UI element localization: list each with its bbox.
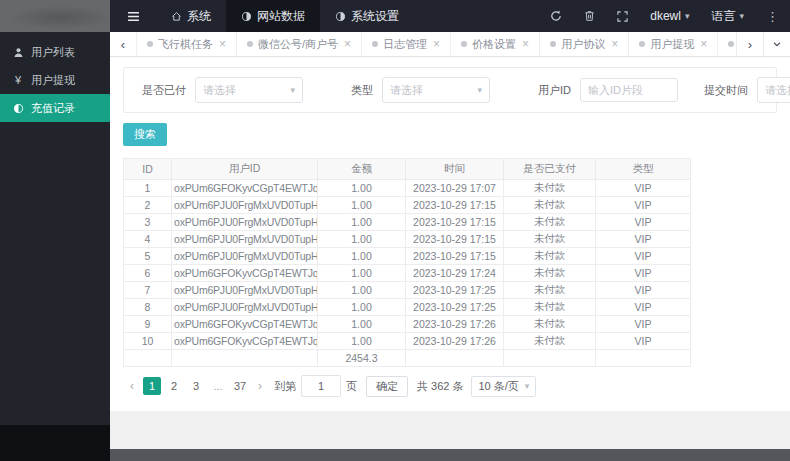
table-cell: 未付款 — [504, 197, 596, 214]
chevron-down-icon: ▾ — [525, 382, 530, 391]
table-footer-cell — [172, 350, 318, 367]
table-cell: 6 — [124, 265, 172, 282]
table-cell: oxPUm6GFOKyvCGpT4EWTJq5OzrNE — [172, 333, 318, 350]
table-row: 3oxPUm6PJU0FrgMxUVD0TupH6hMNI1.002023-10… — [124, 214, 691, 231]
language-menu[interactable]: 语言 ▾ — [700, 0, 755, 32]
table-cell: oxPUm6PJU0FrgMxUVD0TupH6hMNI — [172, 299, 318, 316]
page-button-37[interactable]: 37 — [231, 377, 249, 395]
refresh-icon[interactable] — [539, 0, 573, 32]
tab-5[interactable]: 用户协议× — [539, 32, 628, 56]
page-body: 是否已付 请选择 ▾ 类型 请选择 ▾ — [110, 57, 790, 449]
table-row: 1oxPUm6GFOKyvCGpT4EWTJq5OzrNE1.002023-10… — [124, 180, 691, 197]
page-button-1[interactable]: 1 — [143, 377, 161, 395]
table-row: 10oxPUm6GFOKyvCGpT4EWTJq5OzrNE1.002023-1… — [124, 333, 691, 350]
tab-close-icon[interactable]: × — [611, 37, 618, 51]
tab-close-icon[interactable]: × — [522, 37, 529, 51]
half-circle-icon — [335, 11, 346, 22]
table-cell: 1.00 — [318, 248, 406, 265]
tab-close-icon[interactable]: × — [700, 37, 707, 51]
tab-6[interactable]: 用户提现× — [628, 32, 717, 56]
filter-paid-select[interactable]: 请选择 ▾ — [195, 77, 303, 103]
next-page-button[interactable]: › — [251, 377, 269, 395]
table-header-cell: 类型 — [596, 159, 691, 180]
tab-label: 用户协议 — [561, 37, 605, 52]
tab-dot-icon — [372, 41, 378, 47]
table-footer-cell — [406, 350, 504, 367]
fullscreen-icon[interactable] — [606, 0, 639, 32]
table-footer-cell — [504, 350, 596, 367]
confirm-page-button[interactable]: 确定 — [366, 376, 408, 397]
language-menu-label: 语言 — [711, 8, 735, 25]
more-options-icon[interactable]: ⋮ — [755, 0, 790, 32]
tab-close-icon[interactable]: × — [433, 37, 440, 51]
sidebar-item-label: 用户提现 — [31, 73, 75, 88]
table-cell: 未付款 — [504, 214, 596, 231]
table-cell: VIP — [596, 265, 691, 282]
chevron-down-icon: ▾ — [739, 12, 744, 21]
table-cell: VIP — [596, 333, 691, 350]
start-date-input[interactable]: 请选择 — [757, 77, 790, 103]
filter-type: 类型 请选择 ▾ — [351, 77, 490, 103]
tab-scroll-right-icon[interactable]: › — [736, 32, 763, 56]
chevron-down-icon: ▾ — [290, 86, 295, 95]
menu-icon[interactable] — [110, 10, 156, 23]
tab-4[interactable]: 价格设置× — [450, 32, 539, 56]
table-cell: 1.00 — [318, 282, 406, 299]
table-cell: oxPUm6PJU0FrgMxUVD0TupH6hMNI — [172, 282, 318, 299]
goto-page-input[interactable] — [301, 375, 341, 397]
table-cell: 10 — [124, 333, 172, 350]
per-page-select[interactable]: 10 条/页 ▾ — [471, 376, 536, 397]
table-cell: 2023-10-29 17:15 — [406, 248, 504, 265]
search-button[interactable]: 搜索 — [123, 123, 167, 146]
table-cell: 2 — [124, 197, 172, 214]
filter-paid-label: 是否已付 — [142, 83, 186, 98]
table-cell: 未付款 — [504, 265, 596, 282]
sidebar-item-1[interactable]: 用户列表 — [0, 38, 110, 66]
table-cell: 8 — [124, 299, 172, 316]
table-cell: 未付款 — [504, 316, 596, 333]
table-cell: VIP — [596, 316, 691, 333]
table-header-cell: 金额 — [318, 159, 406, 180]
tab-dot-icon — [247, 41, 253, 47]
nav-item-label: 系统设置 — [351, 8, 399, 25]
tab-list: 飞行棋任务×微信公号/商户号×日志管理×价格设置×用户协议×用户提现×用户列表×… — [136, 32, 736, 56]
page-ellipsis: ... — [209, 377, 227, 395]
table-row: 6oxPUm6GFOKyvCGpT4EWTJq5OzrNE1.002023-10… — [124, 265, 691, 282]
table-row: 4oxPUm6PJU0FrgMxUVD0TupH6hMNI1.002023-10… — [124, 231, 691, 248]
table-row: 2oxPUm6PJU0FrgMxUVD0TupH6hMNI1.002023-10… — [124, 197, 691, 214]
sidebar-item-3[interactable]: 充值记录 — [0, 94, 110, 122]
tab-close-icon[interactable]: × — [219, 37, 226, 51]
filter-submit-time-label: 提交时间 — [704, 83, 748, 98]
table-row: 8oxPUm6PJU0FrgMxUVD0TupH6hMNI1.002023-10… — [124, 299, 691, 316]
filter-type-value: 请选择 — [390, 83, 423, 98]
trash-icon[interactable] — [573, 0, 606, 32]
page-buttons: 123...37 — [141, 377, 251, 395]
tab-close-icon[interactable]: × — [344, 37, 351, 51]
nav-item-1[interactable]: 系统 — [156, 0, 226, 32]
user-id-input[interactable] — [580, 78, 678, 102]
tab-1[interactable]: 飞行棋任务× — [136, 32, 236, 56]
sidebar-item-2[interactable]: ¥用户提现 — [0, 66, 110, 94]
filter-type-select[interactable]: 请选择 ▾ — [382, 77, 490, 103]
table-header-cell: 是否已支付 — [504, 159, 596, 180]
tab-7[interactable]: 用户列表× — [717, 32, 736, 56]
goto-label: 到第 — [274, 379, 296, 394]
tab-3[interactable]: 日志管理× — [361, 32, 450, 56]
tab-menu-icon[interactable] — [763, 32, 790, 56]
nav-item-3[interactable]: 系统设置 — [320, 0, 414, 32]
sidebar-item-label: 用户列表 — [31, 45, 75, 60]
tab-2[interactable]: 微信公号/商户号× — [236, 32, 361, 56]
table-cell: 2023-10-29 17:26 — [406, 333, 504, 350]
tab-scroll-left-icon[interactable]: ‹ — [110, 32, 136, 56]
page-button-3[interactable]: 3 — [187, 377, 205, 395]
top-navbar: 系统网站数据系统设置 dkewl ▾ 语言 ▾ ⋮ — [0, 0, 790, 32]
table-cell: 3 — [124, 214, 172, 231]
page-button-2[interactable]: 2 — [165, 377, 183, 395]
table-cell: 2023-10-29 17:26 — [406, 316, 504, 333]
prev-page-button[interactable]: ‹ — [123, 377, 141, 395]
user-menu[interactable]: dkewl ▾ — [639, 0, 700, 32]
table-cell: oxPUm6PJU0FrgMxUVD0TupH6hMNI — [172, 197, 318, 214]
tab-label: 用户提现 — [650, 37, 694, 52]
nav-item-2[interactable]: 网站数据 — [226, 0, 320, 32]
table-cell: oxPUm6PJU0FrgMxUVD0TupH6hMNI — [172, 231, 318, 248]
